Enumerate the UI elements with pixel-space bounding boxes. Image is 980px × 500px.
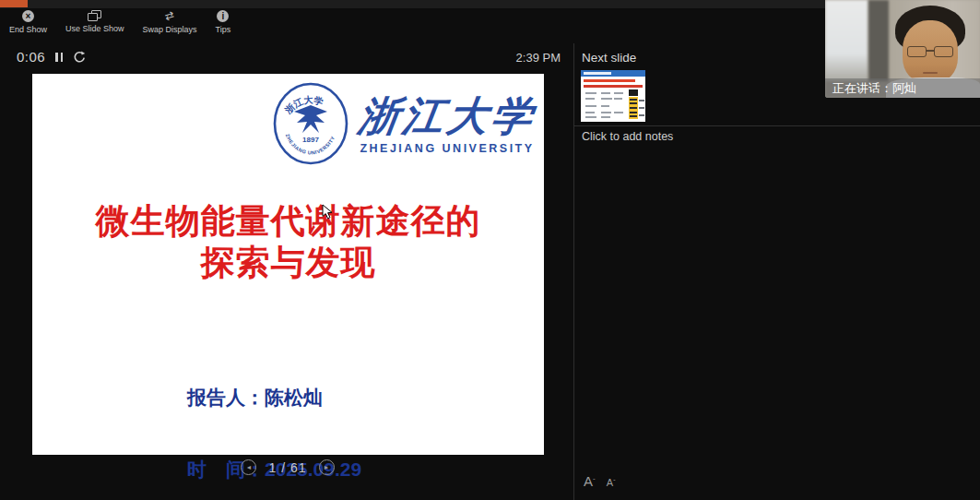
- swap-displays-label: Swap Displays: [143, 25, 197, 34]
- thumb-red-text-line: [584, 85, 643, 88]
- pause-timer-button[interactable]: [53, 51, 65, 64]
- person-mouth: [923, 72, 938, 74]
- timer-row: 0:06: [17, 49, 86, 65]
- next-slide-thumbnail[interactable]: [581, 70, 645, 122]
- slide-title-line2: 探索与发现: [32, 242, 544, 283]
- slide-title: 微生物能量代谢新途径的 探索与发现: [32, 200, 544, 283]
- thumb-dark-block: [629, 89, 638, 96]
- presenter-view-screen: × End Show Use Slide Show ⇄ Swap Display…: [0, 0, 980, 500]
- current-slide[interactable]: 浙江大学 ZHEJIANG UNIVERSITY 1897 浙江大学 ZHEJI…: [32, 74, 544, 455]
- tips-button[interactable]: i Tips: [214, 10, 233, 34]
- end-show-label: End Show: [9, 25, 47, 34]
- end-show-icon: ×: [22, 10, 34, 22]
- use-slide-show-button[interactable]: Use Slide Show: [64, 10, 126, 34]
- clock: 2:39 PM: [510, 51, 561, 65]
- next-slide-button[interactable]: ►: [319, 459, 335, 475]
- university-logo: 浙江大学 ZHEJIANG UNIVERSITY 1897 浙江大学 ZHEJI…: [272, 81, 536, 166]
- thumb-red-text-line: [584, 79, 635, 82]
- speaker-caption: 正在讲话：阿灿: [825, 78, 980, 98]
- notes-input-area[interactable]: Click to add notes: [582, 130, 673, 143]
- next-slide-header: Next slide: [582, 51, 636, 65]
- mouse-cursor: [322, 204, 333, 220]
- presenter-line: 报告人：陈松灿: [187, 386, 361, 410]
- university-seal-icon: 浙江大学 ZHEJIANG UNIVERSITY 1897: [272, 81, 349, 166]
- use-slide-show-label: Use Slide Show: [65, 24, 124, 33]
- restart-icon: [73, 51, 86, 64]
- svg-text:1897: 1897: [302, 136, 319, 144]
- slide-title-line1: 微生物能量代谢新途径的: [32, 200, 544, 242]
- decrease-font-button[interactable]: A-: [607, 476, 616, 488]
- university-en-name: ZHEJIANG UNIVERSITY: [360, 142, 534, 155]
- notes-divider: [573, 125, 980, 126]
- slide-navigation: ◄ 1 / 61 ►: [214, 459, 361, 475]
- panel-divider: [573, 43, 574, 500]
- restart-timer-button[interactable]: [73, 51, 86, 64]
- end-show-button[interactable]: × End Show: [7, 10, 49, 34]
- tips-label: Tips: [216, 25, 231, 34]
- previous-slide-button[interactable]: ◄: [241, 459, 256, 475]
- swap-arrows-icon: ⇄: [163, 9, 176, 23]
- university-cn-name: 浙江大学: [355, 92, 538, 140]
- share-accent-block: [0, 0, 28, 7]
- thumb-title-bar: [581, 70, 645, 77]
- swap-displays-button[interactable]: ⇄ Swap Displays: [141, 10, 199, 34]
- logo-text-block: 浙江大学 ZHEJIANG UNIVERSITY: [359, 92, 536, 155]
- window-top-strip: [0, 0, 827, 8]
- slide-position: 1 / 61: [268, 460, 306, 475]
- presenter-toolbar: × End Show Use Slide Show ⇄ Swap Display…: [7, 10, 232, 34]
- info-icon: i: [217, 10, 229, 22]
- slide-info: 报告人：陈松灿 时 间：2025.09.29: [187, 338, 361, 500]
- thumb-highlight-column: [629, 97, 638, 119]
- webcam-video[interactable]: 正在讲话：阿灿: [825, 0, 980, 98]
- timer-value: 0:06: [17, 49, 45, 65]
- person-glasses: [906, 46, 954, 58]
- notes-font-buttons: A- A-: [584, 474, 616, 488]
- slideshow-icon: [88, 10, 101, 21]
- increase-font-button[interactable]: A-: [584, 474, 596, 488]
